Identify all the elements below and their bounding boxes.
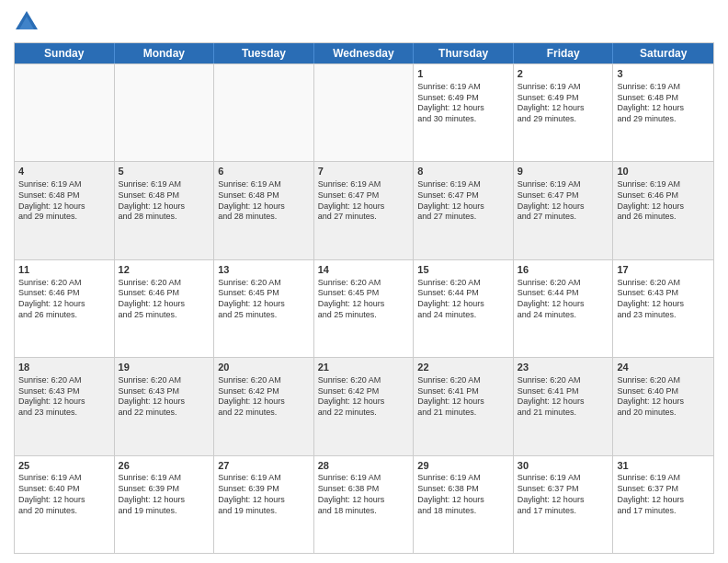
- calendar-cell-day-15: 15Sunrise: 6:20 AM Sunset: 6:44 PM Dayli…: [414, 260, 514, 357]
- calendar-cell-day-17: 17Sunrise: 6:20 AM Sunset: 6:43 PM Dayli…: [613, 260, 713, 357]
- calendar-cell-day-27: 27Sunrise: 6:19 AM Sunset: 6:39 PM Dayli…: [214, 456, 314, 553]
- calendar-body: 1Sunrise: 6:19 AM Sunset: 6:49 PM Daylig…: [15, 63, 713, 553]
- calendar: SundayMondayTuesdayWednesdayThursdayFrid…: [14, 42, 714, 554]
- logo: [14, 9, 43, 35]
- day-info: Sunrise: 6:20 AM Sunset: 6:43 PM Dayligh…: [617, 278, 710, 321]
- calendar-header-cell: Sunday: [15, 43, 115, 63]
- calendar-cell-day-31: 31Sunrise: 6:19 AM Sunset: 6:37 PM Dayli…: [613, 456, 713, 553]
- day-info: Sunrise: 6:19 AM Sunset: 6:38 PM Dayligh…: [417, 473, 509, 516]
- day-info: Sunrise: 6:20 AM Sunset: 6:43 PM Dayligh…: [18, 375, 110, 419]
- day-info: Sunrise: 6:19 AM Sunset: 6:47 PM Dayligh…: [518, 179, 609, 223]
- calendar-cell-empty: [15, 64, 115, 161]
- calendar-cell-day-3: 3Sunrise: 6:19 AM Sunset: 6:48 PM Daylig…: [613, 64, 713, 161]
- day-number: 27: [218, 459, 310, 473]
- day-info: Sunrise: 6:19 AM Sunset: 6:39 PM Dayligh…: [218, 473, 310, 516]
- day-info: Sunrise: 6:20 AM Sunset: 6:45 PM Dayligh…: [318, 278, 410, 321]
- day-info: Sunrise: 6:20 AM Sunset: 6:42 PM Dayligh…: [218, 375, 310, 419]
- day-number: 15: [417, 263, 509, 277]
- calendar-cell-day-30: 30Sunrise: 6:19 AM Sunset: 6:37 PM Dayli…: [514, 456, 614, 553]
- day-info: Sunrise: 6:20 AM Sunset: 6:40 PM Dayligh…: [617, 375, 710, 419]
- day-number: 19: [119, 361, 210, 374]
- day-number: 18: [18, 361, 110, 374]
- day-number: 8: [417, 165, 509, 178]
- day-number: 9: [518, 165, 609, 178]
- calendar-week-5: 25Sunrise: 6:19 AM Sunset: 6:40 PM Dayli…: [15, 455, 713, 553]
- day-info: Sunrise: 6:19 AM Sunset: 6:48 PM Dayligh…: [119, 179, 210, 223]
- day-info: Sunrise: 6:19 AM Sunset: 6:49 PM Dayligh…: [518, 82, 609, 125]
- calendar-cell-day-6: 6Sunrise: 6:19 AM Sunset: 6:48 PM Daylig…: [214, 162, 314, 259]
- day-number: 24: [617, 361, 710, 374]
- calendar-week-2: 4Sunrise: 6:19 AM Sunset: 6:48 PM Daylig…: [15, 161, 713, 259]
- day-number: 1: [417, 67, 509, 81]
- day-number: 28: [318, 459, 410, 473]
- day-info: Sunrise: 6:19 AM Sunset: 6:40 PM Dayligh…: [18, 473, 110, 516]
- day-number: 13: [218, 263, 310, 277]
- day-number: 21: [318, 361, 410, 374]
- day-info: Sunrise: 6:20 AM Sunset: 6:46 PM Dayligh…: [119, 278, 210, 321]
- calendar-cell-day-13: 13Sunrise: 6:20 AM Sunset: 6:45 PM Dayli…: [214, 260, 314, 357]
- day-number: 23: [518, 361, 609, 374]
- day-number: 12: [119, 263, 210, 277]
- calendar-cell-day-26: 26Sunrise: 6:19 AM Sunset: 6:39 PM Dayli…: [115, 456, 215, 553]
- calendar-cell-day-18: 18Sunrise: 6:20 AM Sunset: 6:43 PM Dayli…: [15, 358, 115, 454]
- day-info: Sunrise: 6:19 AM Sunset: 6:47 PM Dayligh…: [417, 179, 509, 223]
- day-number: 7: [318, 165, 410, 178]
- day-info: Sunrise: 6:20 AM Sunset: 6:46 PM Dayligh…: [18, 278, 110, 321]
- day-number: 31: [617, 459, 710, 473]
- calendar-header-cell: Monday: [115, 43, 215, 63]
- day-info: Sunrise: 6:20 AM Sunset: 6:41 PM Dayligh…: [417, 375, 509, 419]
- day-info: Sunrise: 6:19 AM Sunset: 6:48 PM Dayligh…: [218, 179, 310, 223]
- calendar-cell-day-23: 23Sunrise: 6:20 AM Sunset: 6:41 PM Dayli…: [514, 358, 614, 454]
- calendar-cell-day-10: 10Sunrise: 6:19 AM Sunset: 6:46 PM Dayli…: [613, 162, 713, 259]
- calendar-week-1: 1Sunrise: 6:19 AM Sunset: 6:49 PM Daylig…: [15, 63, 713, 161]
- calendar-header-cell: Thursday: [414, 43, 514, 63]
- calendar-header-row: SundayMondayTuesdayWednesdayThursdayFrid…: [15, 43, 713, 63]
- day-number: 20: [218, 361, 310, 374]
- calendar-cell-empty: [214, 64, 314, 161]
- day-number: 2: [518, 67, 609, 81]
- calendar-cell-day-2: 2Sunrise: 6:19 AM Sunset: 6:49 PM Daylig…: [514, 64, 614, 161]
- calendar-cell-day-9: 9Sunrise: 6:19 AM Sunset: 6:47 PM Daylig…: [514, 162, 614, 259]
- day-number: 25: [18, 459, 110, 473]
- calendar-cell-empty: [314, 64, 415, 161]
- day-number: 26: [119, 459, 210, 473]
- calendar-cell-empty: [115, 64, 215, 161]
- day-number: 5: [119, 165, 210, 178]
- calendar-cell-day-5: 5Sunrise: 6:19 AM Sunset: 6:48 PM Daylig…: [115, 162, 215, 259]
- calendar-week-4: 18Sunrise: 6:20 AM Sunset: 6:43 PM Dayli…: [15, 357, 713, 454]
- calendar-cell-day-12: 12Sunrise: 6:20 AM Sunset: 6:46 PM Dayli…: [115, 260, 215, 357]
- day-number: 4: [18, 165, 110, 178]
- calendar-header-cell: Wednesday: [314, 43, 415, 63]
- day-info: Sunrise: 6:19 AM Sunset: 6:47 PM Dayligh…: [318, 179, 410, 223]
- logo-icon: [14, 9, 40, 35]
- day-info: Sunrise: 6:20 AM Sunset: 6:41 PM Dayligh…: [518, 375, 609, 419]
- calendar-cell-day-21: 21Sunrise: 6:20 AM Sunset: 6:42 PM Dayli…: [314, 358, 415, 454]
- calendar-cell-day-1: 1Sunrise: 6:19 AM Sunset: 6:49 PM Daylig…: [414, 64, 514, 161]
- day-number: 22: [417, 361, 509, 374]
- day-number: 3: [617, 67, 710, 81]
- calendar-cell-day-11: 11Sunrise: 6:20 AM Sunset: 6:46 PM Dayli…: [15, 260, 115, 357]
- day-number: 29: [417, 459, 509, 473]
- day-number: 10: [617, 165, 710, 178]
- calendar-cell-day-25: 25Sunrise: 6:19 AM Sunset: 6:40 PM Dayli…: [15, 456, 115, 553]
- calendar-cell-day-24: 24Sunrise: 6:20 AM Sunset: 6:40 PM Dayli…: [613, 358, 713, 454]
- calendar-cell-day-8: 8Sunrise: 6:19 AM Sunset: 6:47 PM Daylig…: [414, 162, 514, 259]
- day-info: Sunrise: 6:19 AM Sunset: 6:38 PM Dayligh…: [318, 473, 410, 516]
- day-number: 6: [218, 165, 310, 178]
- calendar-header-cell: Saturday: [613, 43, 713, 63]
- day-info: Sunrise: 6:19 AM Sunset: 6:49 PM Dayligh…: [417, 82, 509, 125]
- calendar-cell-day-14: 14Sunrise: 6:20 AM Sunset: 6:45 PM Dayli…: [314, 260, 415, 357]
- day-number: 30: [518, 459, 609, 473]
- day-number: 14: [318, 263, 410, 277]
- day-number: 16: [518, 263, 609, 277]
- day-info: Sunrise: 6:19 AM Sunset: 6:39 PM Dayligh…: [119, 473, 210, 516]
- calendar-cell-day-16: 16Sunrise: 6:20 AM Sunset: 6:44 PM Dayli…: [514, 260, 614, 357]
- day-info: Sunrise: 6:19 AM Sunset: 6:37 PM Dayligh…: [518, 473, 609, 516]
- day-info: Sunrise: 6:19 AM Sunset: 6:48 PM Dayligh…: [18, 179, 110, 223]
- day-number: 17: [617, 263, 710, 277]
- page: SundayMondayTuesdayWednesdayThursdayFrid…: [0, 0, 728, 563]
- calendar-cell-day-20: 20Sunrise: 6:20 AM Sunset: 6:42 PM Dayli…: [214, 358, 314, 454]
- calendar-cell-day-28: 28Sunrise: 6:19 AM Sunset: 6:38 PM Dayli…: [314, 456, 415, 553]
- day-info: Sunrise: 6:20 AM Sunset: 6:42 PM Dayligh…: [318, 375, 410, 419]
- calendar-cell-day-7: 7Sunrise: 6:19 AM Sunset: 6:47 PM Daylig…: [314, 162, 415, 259]
